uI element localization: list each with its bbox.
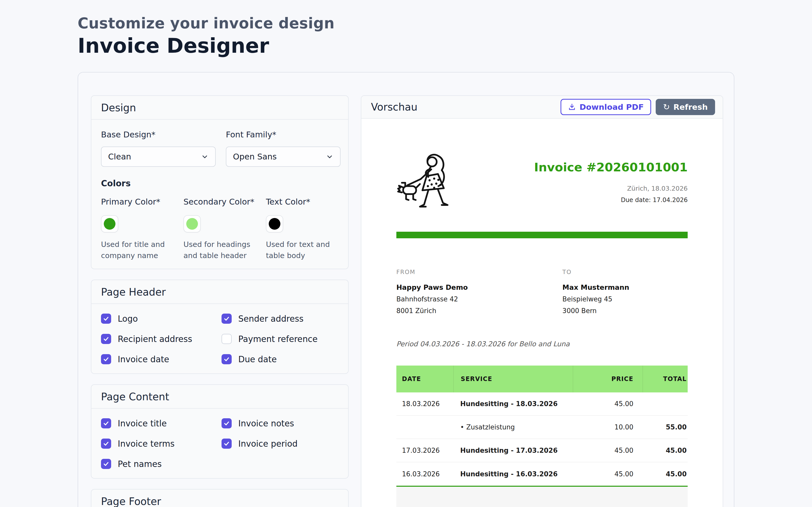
table-cell-price: 10.00 — [573, 416, 643, 439]
chevron-down-icon — [201, 153, 209, 161]
check-icon — [103, 315, 109, 322]
design-heading: Design — [91, 96, 348, 120]
base-design-field: Base Design* Clean — [101, 130, 216, 167]
font-family-select[interactable]: Open Sans — [226, 147, 341, 167]
invoice-preview: Invoice #20260101001 Zürich, 18.03.2026 … — [361, 119, 723, 507]
invoice-due-date: Due date: 17.04.2026 — [534, 196, 688, 204]
refresh-button[interactable]: ↻ Refresh — [656, 99, 715, 115]
checkbox[interactable] — [101, 459, 111, 469]
checkbox[interactable] — [101, 354, 111, 364]
download-pdf-button[interactable]: Download PDF — [561, 99, 651, 115]
text-color-caption: Used for text and table body — [266, 239, 340, 261]
checkbox-logo[interactable]: Logo — [101, 314, 221, 324]
checkbox-invoice-date[interactable]: Invoice date — [101, 354, 221, 364]
text-color-field: Text Color* Used for text and table body — [266, 197, 340, 261]
page-title-block: Customize your invoice design Invoice De… — [78, 15, 335, 58]
preview-panel: Vorschau Download PDF ↻ Refresh — [361, 95, 723, 507]
check-icon — [223, 420, 230, 427]
design-body: Base Design* Clean Font Family* Open San… — [91, 120, 348, 269]
page-content-heading: Page Content — [91, 385, 348, 409]
secondary-color-label: Secondary Color* — [184, 197, 266, 207]
primary-color-swatch — [104, 218, 115, 230]
table-cell-total: 45.00 — [643, 462, 688, 486]
colors-heading: Colors — [101, 178, 339, 188]
table-cell-service: • Zusatzleistung — [453, 416, 573, 439]
checkbox[interactable] — [101, 314, 111, 324]
invoice-number-title: Invoice #20260101001 — [534, 160, 688, 174]
secondary-color-field: Secondary Color* Used for headings and t… — [184, 197, 266, 261]
check-icon — [103, 440, 109, 447]
woman-walking-dog-icon — [396, 153, 464, 216]
table-cell-total: 55.00 — [643, 416, 688, 439]
text-color-label: Text Color* — [266, 197, 340, 207]
base-design-select[interactable]: Clean — [101, 147, 216, 167]
check-icon — [103, 356, 109, 362]
check-icon — [103, 336, 109, 342]
invoice-table-header: DATE SERVICE PRICE TOTAL — [396, 365, 688, 392]
checkbox[interactable] — [101, 418, 111, 429]
page-header-heading: Page Header — [91, 280, 348, 304]
table-row: • Zusatzleistung 10.00 55.00 — [396, 416, 688, 439]
table-header-service: SERVICE — [453, 365, 573, 392]
font-family-field: Font Family* Open Sans — [226, 130, 341, 167]
table-cell-price: 45.00 — [573, 439, 643, 462]
table-cell-price: 45.00 — [573, 392, 643, 415]
checkbox[interactable] — [221, 439, 232, 449]
invoice-designer-card: Design Base Design* Clean Font Family* O… — [78, 72, 734, 507]
table-header-price: PRICE — [573, 365, 643, 392]
table-cell-service: Hundesitting - 18.03.2026 — [453, 392, 573, 415]
primary-color-picker[interactable] — [101, 215, 118, 232]
from-label: FROM — [396, 269, 562, 275]
invoice-from-block: FROM Happy Paws Demo Bahnhofstrasse 42 8… — [396, 269, 562, 315]
to-street: Beispielweg 45 — [562, 295, 688, 303]
checkbox[interactable] — [221, 314, 232, 324]
download-icon — [568, 103, 576, 111]
table-row: 17.03.2026 Hundesitting - 17.03.2026 45.… — [396, 439, 688, 462]
to-city: 3000 Bern — [562, 307, 688, 315]
checkbox[interactable] — [221, 334, 232, 344]
chevron-down-icon — [326, 153, 334, 161]
invoice-period-text: Period 04.03.2026 - 18.03.2026 for Bello… — [396, 340, 688, 348]
check-icon — [103, 420, 109, 427]
checkbox-sender-address[interactable]: Sender address — [221, 314, 339, 324]
secondary-color-swatch — [186, 218, 198, 230]
text-color-swatch — [269, 218, 281, 230]
page-title: Invoice Designer — [78, 34, 335, 58]
checkbox[interactable] — [101, 439, 111, 449]
table-cell-date: 17.03.2026 — [396, 439, 453, 462]
checkbox-invoice-title[interactable]: Invoice title — [101, 418, 221, 429]
table-row: 18.03.2026 Hundesitting - 18.03.2026 45.… — [396, 392, 688, 416]
checkbox-due-date[interactable]: Due date — [221, 354, 339, 364]
invoice-accent-bar — [396, 232, 688, 238]
primary-color-label: Primary Color* — [101, 197, 184, 207]
check-icon — [223, 315, 230, 322]
preview-header: Vorschau Download PDF ↻ Refresh — [361, 96, 723, 119]
page-header-section: Page Header Logo Sender address Recipien… — [91, 280, 349, 374]
checkbox-invoice-notes[interactable]: Invoice notes — [221, 418, 339, 429]
check-icon — [223, 440, 230, 447]
table-cell-date — [396, 416, 453, 439]
table-cell-date: 16.03.2026 — [396, 462, 453, 486]
invoice-logo — [396, 153, 464, 217]
checkbox[interactable] — [101, 334, 111, 344]
secondary-color-picker[interactable] — [184, 215, 201, 232]
primary-color-caption: Used for title and company name — [101, 239, 177, 261]
table-cell-date: 18.03.2026 — [396, 392, 453, 415]
checkbox-invoice-terms[interactable]: Invoice terms — [101, 439, 221, 449]
page-content-section: Page Content Invoice title Invoice notes… — [91, 384, 349, 478]
checkbox[interactable] — [221, 354, 232, 364]
from-street: Bahnhofstrasse 42 — [396, 295, 562, 303]
table-row: 16.03.2026 Hundesitting - 16.03.2026 45.… — [396, 462, 688, 486]
checkbox-pet-names[interactable]: Pet names — [101, 459, 221, 469]
page-footer-section: Page Footer — [91, 489, 349, 507]
checkbox-payment-reference[interactable]: Payment reference — [221, 334, 339, 344]
checkbox-recipient-address[interactable]: Recipient address — [101, 334, 221, 344]
from-city: 8001 Zürich — [396, 307, 562, 315]
checkbox[interactable] — [221, 418, 232, 429]
from-name: Happy Paws Demo — [396, 283, 562, 291]
preview-title: Vorschau — [371, 101, 417, 113]
checkbox-invoice-period[interactable]: Invoice period — [221, 439, 339, 449]
page-subtitle: Customize your invoice design — [78, 15, 335, 32]
preview-actions: Download PDF ↻ Refresh — [561, 99, 715, 115]
text-color-picker[interactable] — [266, 215, 283, 232]
